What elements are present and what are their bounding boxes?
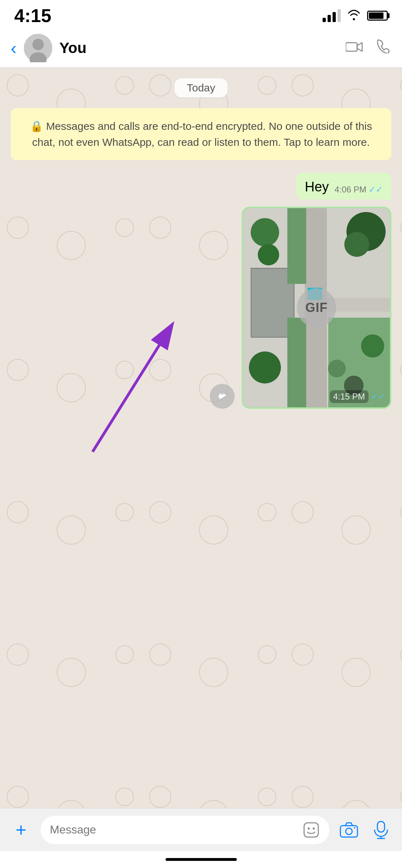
- add-button[interactable]: +: [9, 817, 33, 842]
- camera-button[interactable]: [336, 817, 361, 842]
- svg-point-8: [313, 827, 315, 830]
- gif-message-row: GIF 4:15 PM ✓✓: [11, 207, 391, 409]
- message-row: Hey 4:06 PM ✓✓: [11, 173, 391, 200]
- date-label-wrap: Today: [11, 78, 391, 97]
- video-call-icon[interactable]: [346, 39, 363, 57]
- svg-point-1: [32, 39, 44, 50]
- gif-time-row: 4:15 PM ✓✓: [330, 390, 385, 403]
- gif-play-button[interactable]: GIF: [297, 288, 336, 327]
- battery-icon: [367, 11, 388, 21]
- sticker-button[interactable]: [302, 821, 320, 839]
- status-icons: [323, 8, 388, 23]
- gif-image: GIF 4:15 PM ✓✓: [243, 208, 390, 407]
- gif-time: 4:15 PM: [330, 390, 369, 403]
- home-indicator: [0, 851, 402, 868]
- wifi-icon: [347, 8, 361, 23]
- encryption-notice[interactable]: 🔒 Messages and calls are end-to-end encr…: [11, 108, 391, 160]
- contact-name[interactable]: You: [59, 39, 346, 57]
- status-bar: 4:15: [0, 0, 402, 28]
- message-time: 4:06 PM: [335, 185, 366, 195]
- message-input[interactable]: [50, 823, 302, 836]
- date-label: Today: [174, 78, 227, 97]
- microphone-button[interactable]: [369, 817, 393, 842]
- svg-rect-3: [346, 43, 357, 51]
- svg-rect-6: [304, 823, 318, 837]
- svg-point-7: [308, 827, 310, 830]
- svg-rect-12: [377, 821, 385, 832]
- avatar: [24, 34, 52, 62]
- signal-icon: [323, 9, 341, 22]
- gif-ticks: ✓✓: [371, 392, 385, 402]
- chat-area: Today 🔒 Messages and calls are end-to-en…: [0, 68, 402, 808]
- status-time: 4:15: [14, 5, 51, 26]
- svg-point-11: [354, 827, 355, 829]
- home-bar: [166, 858, 237, 861]
- message-input-wrap: [41, 816, 329, 844]
- gif-label: GIF: [306, 300, 328, 315]
- message-text: Hey: [305, 179, 329, 195]
- nav-actions: [346, 39, 391, 57]
- input-bar: +: [0, 808, 402, 851]
- read-ticks: ✓✓: [369, 185, 383, 195]
- svg-point-10: [346, 828, 352, 835]
- nav-bar: ‹ You: [0, 28, 402, 68]
- gif-bubble[interactable]: GIF 4:15 PM ✓✓: [242, 207, 391, 409]
- message-meta: 4:06 PM ✓✓: [335, 185, 383, 195]
- phone-icon[interactable]: [377, 39, 391, 57]
- forward-button[interactable]: [210, 384, 235, 409]
- sent-bubble: Hey 4:06 PM ✓✓: [296, 173, 391, 200]
- back-button[interactable]: ‹: [11, 38, 17, 58]
